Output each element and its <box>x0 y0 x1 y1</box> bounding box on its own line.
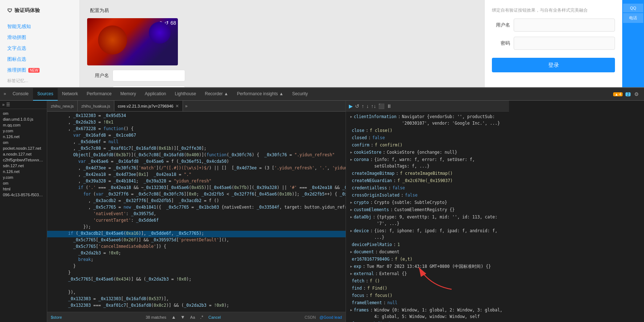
file-tree-item[interactable]: m.qq.com <box>0 122 47 128</box>
captcha-icon-help[interactable]: ⊙ <box>159 20 163 26</box>
devtools-tab-application[interactable]: Application <box>140 88 171 101</box>
devtools-tab-console[interactable]: Console <box>8 88 33 101</box>
match-case-btn[interactable]: Aa <box>190 315 195 319</box>
resume-btn[interactable]: ▶ <box>349 103 353 109</box>
captcha-image[interactable]: ⊙ ↺ 68 <box>87 18 178 65</box>
file-tree-item[interactable]: y.com <box>0 174 47 180</box>
devtools-tab-security[interactable]: Security <box>288 88 312 101</box>
devtools-tab-lighthouse[interactable]: Lighthouse <box>171 88 201 101</box>
prop-find[interactable]: find : f Find() <box>346 285 509 292</box>
prop-customElements[interactable]: ▶ customElements : CustomElementRegistry… <box>346 206 509 213</box>
step-over-btn[interactable]: ↺ <box>355 103 359 109</box>
step-out-btn[interactable]: ↓ <box>366 103 369 109</box>
prop-dataObj[interactable]: ▶ dataObj : {tptype: 9, eventttp: 1, mid… <box>346 213 509 227</box>
file-tree-item[interactable]: y.com <box>0 128 47 134</box>
prop-credentialless[interactable]: credentialless : false <box>346 184 509 192</box>
prop-focus[interactable]: focus : f focus() <box>346 292 509 299</box>
pause-btn[interactable]: ⏸ <box>387 103 392 109</box>
tel-button[interactable]: 电话 <box>623 13 643 23</box>
file-tree-collapse-btn[interactable]: » <box>2 102 5 107</box>
prop-frames[interactable]: ▶ frames : Window {0: Window, 1: global,… <box>346 306 509 320</box>
prop-external[interactable]: ▶ external : External {} <box>346 270 509 277</box>
inspector-content[interactable]: ▶ clientInformation : Navigator {vendorS… <box>346 112 509 322</box>
prop-crossOriginIsolated[interactable]: crossOriginIsolated : false <box>346 192 509 199</box>
step-btn[interactable]: ↑↓ <box>371 103 376 109</box>
login-button[interactable]: 登录 <box>492 58 615 72</box>
prop-corona[interactable]: ▶ corona : {info: f, warn: f, error: f, … <box>346 156 509 170</box>
prop-frameElement[interactable]: frameElement : null <box>346 299 509 306</box>
file-tree-item[interactable]: a.nosdn.127.net <box>0 151 47 157</box>
file-tab-huakua[interactable]: zhihu_huakua.js <box>78 101 114 112</box>
file-tab-close-icon[interactable]: ✕ <box>175 104 179 109</box>
prop-exp[interactable]: ▶ exp : Tue Mar 07 2023 13:43:18 GMT+080… <box>346 263 509 270</box>
search-prev-btn[interactable]: ▲ <box>170 314 178 321</box>
file-tab-core[interactable]: core.v2.21.3.min.js?v=2796946 ✕ <box>114 101 183 112</box>
prop-confirm[interactable]: confirm : f confirm() <box>346 141 509 149</box>
file-tree-item[interactable]: n.126.net <box>0 134 47 140</box>
menu-item-wuganzhi[interactable]: 智能无感知 <box>7 21 72 32</box>
code-line: , _0x5c7765 = new _0x4b1841({ _0x5c7765 … <box>47 205 346 211</box>
menu-item-tubiao[interactable]: 图标点选 <box>7 54 72 65</box>
devtools-tab-memory[interactable]: Memory <box>116 88 140 101</box>
prop-from[interactable]: from : undefined <box>346 320 509 322</box>
prop-device[interactable]: ▶ device : {ios: f, iphone: f, ipod: f, … <box>346 227 509 241</box>
regex-btn[interactable]: .* <box>199 314 205 321</box>
prop-er16[interactable]: er167816779840G : f (e,t) <box>346 255 509 263</box>
code-editor: , _0x132303 = _0x95d534 , _0x2da2b3 = !0… <box>47 112 346 322</box>
prop-cookieStore[interactable]: ▶ cookieStore : CookieStore {onchange: n… <box>346 149 509 156</box>
captcha-icon-refresh[interactable]: ↺ <box>164 20 169 26</box>
file-tree-list: om dian.umd.1.0.0.js m.qq.com y.com n.12… <box>0 109 47 322</box>
prop-document[interactable]: ▶ document : document <box>346 248 509 255</box>
menu-item-huadong[interactable]: 滑动拼图 <box>7 32 72 43</box>
file-tab-zhihu-new[interactable]: zhihu_new.js <box>47 101 78 112</box>
prop-devicePixelRatio[interactable]: devicePixelRatio : 1 <box>346 241 509 248</box>
code-line: var _0x16afd8 = _0x1ce867 <box>47 133 346 139</box>
step-into-btn[interactable]: ↑ <box>362 103 364 109</box>
devtools-tab-sources[interactable]: Sources <box>33 88 58 101</box>
devtools-tab-network[interactable]: Network <box>58 88 82 101</box>
menu-item-wenzi[interactable]: 文字点选 <box>7 43 72 54</box>
right-username-input[interactable] <box>514 19 615 32</box>
password-input[interactable] <box>113 86 185 87</box>
file-tree-item[interactable]: 096-4c13-8576-f5030cb4 <box>0 192 47 198</box>
page-area: 🛡 验证码体验 智能无感知 滑动拼图 文字点选 图标点选 推理拼图 NEW 标签… <box>0 0 644 87</box>
code-line: } <box>47 263 346 270</box>
brand: 🛡 验证码体验 <box>7 7 72 14</box>
search-next-btn[interactable]: ▼ <box>179 314 187 321</box>
prop-closed[interactable]: closed : false <box>346 134 509 141</box>
prop-clientInformation[interactable]: ▶ clientInformation : Navigator {vendorS… <box>346 113 509 127</box>
menu-item-tuili[interactable]: 推理拼图 NEW <box>7 65 72 76</box>
search-cancel-btn[interactable]: Cancel <box>208 315 221 319</box>
file-tree-item[interactable]: sdn.127.net <box>0 163 47 169</box>
deactivate-btn[interactable]: ⬛ <box>378 103 384 109</box>
devtools-tab-more[interactable]: » <box>1 88 8 101</box>
file-tree-menu-btn[interactable]: ☰ <box>6 102 10 107</box>
code-content[interactable]: , _0x132303 = _0x95d534 , _0x2da2b3 = !0… <box>47 112 346 312</box>
file-tree-item[interactable]: om <box>0 180 47 186</box>
file-tree-item[interactable]: om <box>0 110 47 116</box>
file-tabs-bar: zhihu_new.js zhihu_huakua.js core.v2.21.… <box>47 101 346 112</box>
file-tab-label: zhihu_huakua.js <box>81 104 110 108</box>
username-input[interactable] <box>113 70 185 81</box>
file-tab-more-btn[interactable]: » <box>183 104 190 109</box>
right-password-input[interactable] <box>514 37 615 50</box>
prop-createNEGuardian[interactable]: createNEGuardian : f _0x2c678e(_0x159037… <box>346 177 509 184</box>
code-line: 'currentTarget': _0x5dde6f <box>47 218 346 224</box>
file-tree-item[interactable]: dian.umd.1.0.0.js <box>0 116 47 122</box>
qq-button[interactable]: QQ <box>623 4 643 12</box>
file-tree-item[interactable]: pocket.nosdn.127.net <box>0 145 47 151</box>
settings-icon[interactable]: ⚙ <box>633 90 640 98</box>
file-tree-item[interactable]: n.126.net <box>0 169 47 174</box>
prop-fetch[interactable]: fetch : f () <box>346 277 509 285</box>
menu-item-extra[interactable]: 标签记忆... <box>7 76 72 86</box>
file-tree-item[interactable]: om <box>0 140 47 145</box>
prop-crypto[interactable]: ▶ crypto : Crypto {subtle: SubtleCrypto} <box>346 199 509 206</box>
prop-close[interactable]: close : f close() <box>346 127 509 134</box>
devtools-tab-perf-insights[interactable]: Performance insights ▲ <box>233 88 288 101</box>
prop-createImageBitmap[interactable]: createImageBitmap : f createImageBitmap(… <box>346 170 509 177</box>
devtools-tab-recorder[interactable]: Recorder ▲ <box>200 88 233 101</box>
file-tree-item[interactable]: c2hf5gnbwvf7etuvvxafzir <box>0 157 47 163</box>
file-tree-item[interactable]: html <box>0 186 47 192</box>
devtools-tab-performance[interactable]: Performance <box>82 88 116 101</box>
inspector-panel: ▶ ↺ ↑ ↓ ↑↓ ⬛ ⏸ ▶ clientInformation : Nav… <box>346 101 509 322</box>
